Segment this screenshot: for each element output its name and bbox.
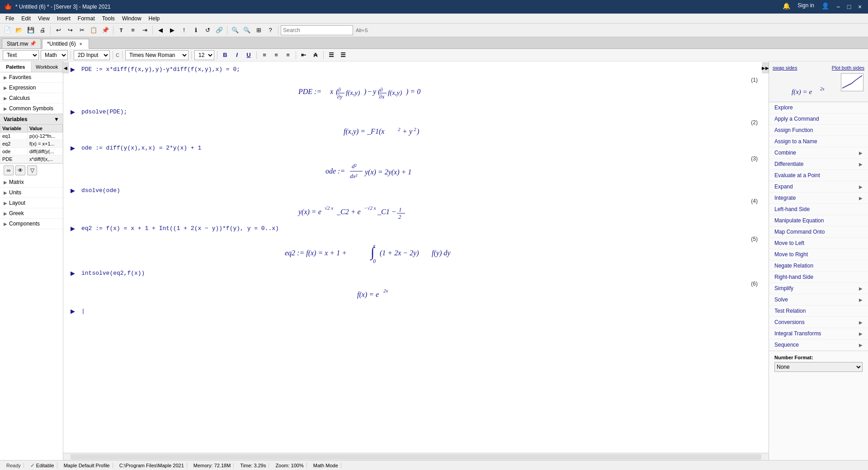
new-btn[interactable]: 📄 (2, 25, 13, 36)
save-btn[interactable]: 💾 (25, 25, 36, 36)
ctx-explore[interactable]: Explore (769, 102, 868, 113)
ctx-left-hand-side[interactable]: Left-hand Side (769, 204, 868, 215)
menu-window[interactable]: Window (118, 14, 145, 23)
align-center-button[interactable]: ≡ (259, 50, 269, 60)
align-justify-button[interactable]: ≡ (283, 50, 293, 60)
maximize-button[interactable]: □ (844, 2, 854, 11)
ctx-negate-relation[interactable]: Negate Relation (769, 260, 868, 272)
var-filter-btn[interactable]: ▽ (27, 165, 37, 175)
zoom-in-btn[interactable]: 🔍 (241, 25, 252, 36)
ctx-evaluate-point[interactable]: Evaluate at a Point (769, 170, 868, 181)
indent-decrease-button[interactable]: ⇤ (299, 50, 309, 60)
palette-components[interactable]: ▶ Components (0, 219, 63, 229)
ctx-right-hand-side[interactable]: Right-hand Side (769, 272, 868, 283)
menu-insert[interactable]: Insert (53, 14, 74, 23)
menu-edit[interactable]: Edit (18, 14, 34, 23)
ctx-solve[interactable]: Solve ▶ (769, 294, 868, 306)
ctx-manipulate-equation[interactable]: Manipulate Equation (769, 215, 868, 226)
ctx-integral-transforms[interactable]: Integral Transforms ▶ (769, 328, 868, 339)
left-collapse-btn[interactable]: ◀ (63, 62, 69, 73)
copy-btn[interactable]: 📋 (88, 25, 99, 36)
ctx-test-relation[interactable]: Test Relation (769, 306, 868, 317)
ctx-combine[interactable]: Combine ▶ (769, 147, 868, 159)
link-btn[interactable]: 🔗 (214, 25, 225, 36)
menu-help[interactable]: Help (145, 14, 164, 23)
palettes-tab[interactable]: Palettes (0, 61, 32, 72)
undo-btn[interactable]: ↩ (53, 25, 64, 36)
empty-input[interactable]: | (80, 307, 761, 315)
variables-header[interactable]: Variables ▼ (0, 114, 63, 124)
ctx-move-right[interactable]: Move to Right (769, 249, 868, 260)
close-button[interactable]: × (855, 2, 864, 11)
bold-button[interactable]: B (220, 50, 230, 60)
worksheet[interactable]: ▶ PDE := x*diff(f(x,y),y)-y*diff(f(x,y),… (63, 61, 769, 453)
ctx-sequence[interactable]: Sequence ▶ (769, 339, 868, 351)
info-btn[interactable]: ℹ (190, 25, 201, 36)
menu-format[interactable]: Format (74, 14, 99, 23)
italic-button[interactable]: I (232, 50, 242, 60)
ctx-apply-command[interactable]: Apply a Command (769, 113, 868, 125)
plot-both-label[interactable]: Plot both sides (832, 65, 864, 70)
cut-btn[interactable]: ✂ (76, 25, 87, 36)
ctx-differentiate[interactable]: Differentiate ▶ (769, 159, 868, 170)
ctx-move-left[interactable]: Move to Left (769, 238, 868, 249)
open-btn[interactable]: 📂 (14, 25, 24, 36)
user-icon[interactable]: 👤 (819, 2, 832, 11)
tab-untitled[interactable]: *Untitled (6) × (42, 39, 89, 49)
palette-greek[interactable]: ▶ Greek (0, 208, 63, 219)
list-button[interactable]: ☰ (326, 50, 336, 60)
var-row-ode[interactable]: ode diff(diff(y(... (0, 148, 63, 155)
underline-button[interactable]: U (244, 50, 254, 60)
notification-icon[interactable]: 🔔 (780, 2, 793, 11)
size-select[interactable]: 12 (194, 50, 214, 60)
palette-units[interactable]: ▶ Units (0, 188, 63, 198)
menu-tools[interactable]: Tools (99, 14, 118, 23)
var-row-eq1[interactable]: eq1 p(x)-12*fn... (0, 132, 63, 140)
ctx-map-command[interactable]: Map Command Onto (769, 226, 868, 238)
ctx-assign-name[interactable]: Assign to a Name (769, 136, 868, 147)
ctx-conversions[interactable]: Conversions ▶ (769, 317, 868, 328)
palette-favorites[interactable]: ▶ Favorites (0, 72, 63, 83)
palette-calculus[interactable]: ▶ Calculus (0, 93, 63, 103)
ctx-simplify[interactable]: Simplify ▶ (769, 283, 868, 294)
palette-expression[interactable]: ▶ Expression (0, 83, 63, 93)
align-right-button[interactable]: ≡ (271, 50, 281, 60)
minimize-button[interactable]: − (834, 2, 843, 11)
zoom-out-btn[interactable]: 🔍 (230, 25, 241, 36)
font-select[interactable]: Times New Roman (125, 50, 189, 60)
tab-start[interactable]: Start.mw 📌 (2, 38, 41, 48)
zoom-fit-btn[interactable]: ⊞ (253, 25, 264, 36)
print-btn[interactable]: 🖨 (37, 25, 48, 36)
var-row-pde[interactable]: PDE x*diff(f(x,... (0, 155, 63, 163)
restart-btn[interactable]: ↺ (202, 25, 213, 36)
bullet-btn[interactable]: ≡ (127, 25, 138, 36)
redo-btn[interactable]: ↪ (65, 25, 75, 36)
workbook-tab[interactable]: Workbook (32, 61, 63, 72)
palette-matrix[interactable]: ▶ Matrix (0, 177, 63, 188)
help-btn[interactable]: ? (265, 25, 276, 36)
ctx-assign-function[interactable]: Assign Function (769, 125, 868, 136)
paste-btn[interactable]: 📌 (100, 25, 111, 36)
var-eye-btn[interactable]: 👁 (15, 165, 25, 175)
next-btn[interactable]: ▶ (167, 25, 178, 36)
horizontal-scrollbar[interactable] (63, 453, 769, 460)
menu-view[interactable]: View (34, 14, 53, 23)
math-mode-select[interactable]: Math (41, 50, 68, 60)
palette-layout[interactable]: ▶ Layout (0, 198, 63, 208)
numberedlist-button[interactable]: ☰ (338, 50, 348, 60)
indent-btn[interactable]: ⇥ (139, 25, 150, 36)
text-btn[interactable]: T (116, 25, 127, 36)
swap-sides-label[interactable]: swap sides (773, 65, 797, 70)
var-infinity-btn[interactable]: ∞ (4, 165, 14, 175)
tab-close-button[interactable]: × (78, 41, 84, 47)
ctx-integrate[interactable]: Integrate ▶ (769, 193, 868, 204)
text-mode-select[interactable]: Text Nonexecutable Math Math (3, 50, 39, 60)
signin-label[interactable]: Sign in (795, 2, 817, 11)
prev-btn[interactable]: ◀ (155, 25, 166, 36)
menu-file[interactable]: File (2, 14, 18, 23)
palette-common-symbols[interactable]: ▶ Common Symbols (0, 103, 63, 114)
strikethrough-button[interactable]: A (311, 50, 321, 60)
var-row-eq2[interactable]: eq2 f(x) = x+1... (0, 140, 63, 148)
scrollbar-thumb-x[interactable] (71, 454, 761, 460)
number-format-select[interactable]: None Decimal Scientific (774, 362, 863, 372)
